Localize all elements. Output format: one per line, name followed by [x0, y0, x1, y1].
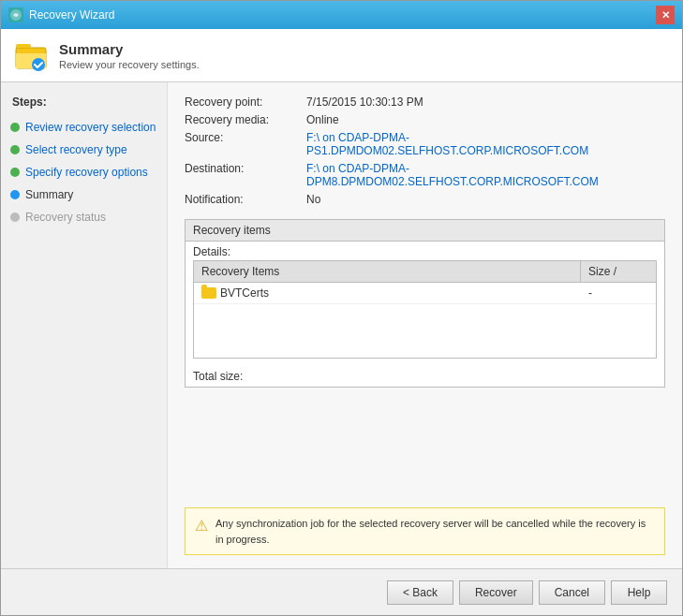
sidebar-item-specify-options[interactable]: Specify recovery options [1, 161, 167, 183]
header-title-block: Summary Review your recovery settings. [59, 41, 200, 70]
table-row[interactable]: BVTCerts - [194, 283, 656, 304]
recovery-items-title: Recovery items [186, 220, 664, 242]
folder-icon [201, 287, 216, 299]
recovery-point-value: 7/15/2015 10:30:13 PM [306, 95, 665, 109]
sidebar-item-label: Summary [25, 188, 73, 201]
col-header-name: Recovery Items [194, 261, 581, 282]
footer: < Back Recover Cancel Help [1, 568, 682, 615]
header-area: Summary Review your recovery settings. [1, 29, 682, 82]
recovery-media-label: Recovery media: [185, 113, 306, 126]
cancel-button[interactable]: Cancel [539, 580, 605, 605]
step-indicator-status [10, 213, 20, 222]
sidebar-item-label: Specify recovery options [25, 166, 148, 179]
col-header-size: Size / [581, 261, 656, 282]
header-icon [14, 38, 48, 72]
sidebar-item-recovery-status: Recovery status [1, 206, 167, 228]
sidebar-item-label: Review recovery selection [25, 121, 156, 134]
step-indicator-review [10, 123, 20, 132]
recovery-media-value: Online [306, 113, 665, 126]
warning-icon: ⚠ [195, 517, 208, 535]
spacer [185, 395, 665, 494]
app-icon [8, 7, 23, 22]
notification-value: No [306, 193, 665, 206]
sidebar-title: Steps: [1, 92, 167, 116]
step-indicator-summary [10, 190, 20, 199]
sidebar: Steps: Review recovery selection Select … [1, 82, 168, 568]
warning-box: ⚠ Any synchronization job for the select… [185, 507, 665, 555]
source-value: F:\ on CDAP-DPMA-PS1.DPMDOM02.SELFHOST.C… [306, 131, 665, 157]
step-indicator-specify [10, 168, 20, 177]
recovery-items-table: Recovery Items Size / BVTCerts - [193, 260, 657, 359]
item-name: BVTCerts [220, 286, 269, 300]
destination-label: Destination: [185, 162, 306, 188]
table-cell-size: - [581, 283, 656, 303]
total-size-label: Total size: [193, 370, 243, 383]
step-indicator-select [10, 145, 20, 154]
sidebar-item-review-recovery[interactable]: Review recovery selection [1, 116, 167, 139]
content-area: Recovery point: 7/15/2015 10:30:13 PM Re… [168, 82, 682, 568]
window-title: Recovery Wizard [29, 8, 114, 22]
help-button[interactable]: Help [611, 580, 667, 605]
recovery-wizard-window: Recovery Wizard ✕ Summary Review your re… [0, 0, 683, 616]
table-header: Recovery Items Size / [194, 261, 656, 283]
sidebar-item-label: Recovery status [25, 211, 106, 224]
table-cell-name: BVTCerts [194, 283, 581, 303]
back-button[interactable]: < Back [387, 580, 453, 605]
sidebar-item-summary[interactable]: Summary [1, 183, 167, 206]
destination-value: F:\ on CDAP-DPMA-DPM8.DPMDOM02.SELFHOST.… [306, 162, 665, 188]
source-label: Source: [185, 131, 306, 157]
main-body: Steps: Review recovery selection Select … [1, 82, 682, 568]
sidebar-item-label: Select recovery type [25, 143, 127, 156]
recovery-point-label: Recovery point: [185, 95, 306, 109]
title-bar-left: Recovery Wizard [8, 7, 114, 22]
total-size-row: Total size: [186, 366, 664, 387]
details-label: Details: [186, 242, 664, 260]
title-bar: Recovery Wizard ✕ [1, 1, 682, 29]
table-body: BVTCerts - [194, 283, 656, 358]
info-grid: Recovery point: 7/15/2015 10:30:13 PM Re… [185, 95, 665, 206]
page-subtitle: Review your recovery settings. [59, 59, 200, 70]
close-button[interactable]: ✕ [656, 6, 675, 24]
page-title: Summary [59, 41, 200, 57]
recover-button[interactable]: Recover [459, 580, 533, 605]
sidebar-item-select-type[interactable]: Select recovery type [1, 139, 167, 161]
warning-text: Any synchronization job for the selected… [215, 516, 655, 547]
recovery-items-box: Recovery items Details: Recovery Items S… [185, 219, 665, 388]
notification-label: Notification: [185, 193, 306, 206]
